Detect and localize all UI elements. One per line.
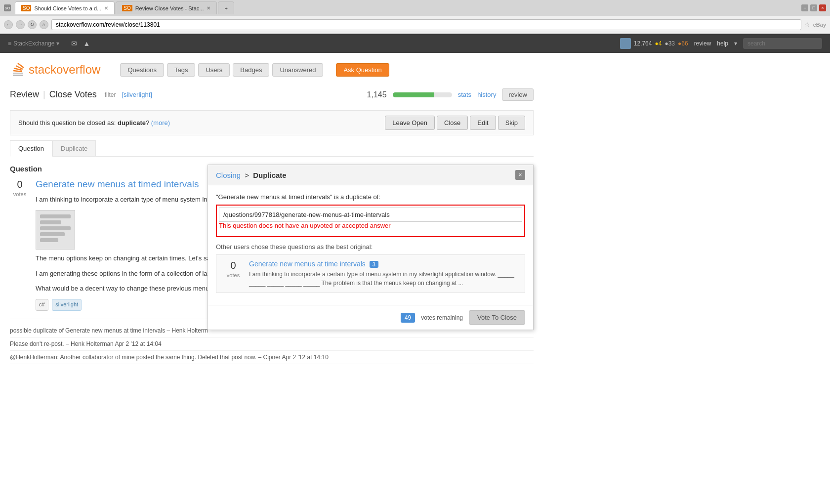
modal-dup-input[interactable] — [219, 208, 522, 222]
browser-tab-1[interactable]: SO Should Close Votes to a d... ✕ — [15, 1, 115, 14]
tab-1-close[interactable]: ✕ — [104, 5, 108, 11]
brand-label: StackExchange — [13, 40, 54, 47]
tag-csharp[interactable]: c# — [36, 299, 48, 311]
address-bar[interactable]: stackoverflow.com/review/close/113801 — [51, 19, 801, 30]
hamburger-icon: ≡ — [8, 40, 11, 47]
nav-questions-btn[interactable]: Questions — [120, 63, 164, 77]
page-content: Review | Close Votes filter [silverlight… — [0, 83, 543, 374]
so-logo[interactable]: stackoverflow — [10, 61, 100, 79]
modal-close-btn[interactable]: × — [515, 170, 525, 180]
svg-rect-1 — [13, 73, 23, 74]
modal-candidate-0: 0 votes Generate new menus at time inter… — [216, 254, 525, 293]
cand-vote-label: votes — [227, 272, 240, 278]
ask-question-btn[interactable]: Ask Question — [336, 63, 389, 77]
nav-tags-btn[interactable]: Tags — [167, 63, 195, 77]
tab-favicon-1: SO — [4, 4, 11, 11]
tab-duplicate[interactable]: Duplicate — [52, 140, 96, 156]
image-placeholder — [36, 210, 75, 250]
review-progress-bar — [393, 92, 452, 97]
win-maximize-btn[interactable]: □ — [810, 4, 817, 11]
tag-silverlight[interactable]: silverlight — [52, 299, 82, 311]
badge-gold: ●4 — [655, 40, 662, 47]
browser-home-btn[interactable]: ⌂ — [40, 20, 48, 29]
nav-unanswered-btn[interactable]: Unanswered — [272, 63, 323, 77]
so-logo-text: stackoverflow — [29, 63, 100, 77]
close-btn[interactable]: Close — [437, 116, 468, 130]
review-stats: 1,145 stats history review — [367, 88, 534, 101]
modal-header: Closing > Duplicate × — [208, 165, 533, 185]
browser-tab-2[interactable]: SO Review Close Votes - Stac... ✕ — [116, 1, 217, 14]
comment-3: @HenkHolterman: Another collaborator of … — [10, 351, 534, 364]
browser-back-btn[interactable]: ← — [4, 20, 13, 29]
review-progress-fill — [393, 92, 434, 97]
review-tab[interactable]: review — [502, 88, 534, 101]
modal-title: Closing > Duplicate — [216, 171, 287, 179]
browser-reload-btn[interactable]: ↻ — [28, 20, 37, 29]
win-close-btn[interactable]: × — [819, 4, 826, 11]
main-nav: Questions Tags Users Badges Unanswered A… — [120, 63, 389, 77]
skip-btn[interactable]: Skip — [498, 116, 525, 130]
review-filter-tag[interactable]: [silverlight] — [122, 91, 152, 98]
votes-remaining-badge: 49 — [401, 313, 415, 323]
review-link[interactable]: review — [694, 40, 711, 47]
achievements-icon[interactable]: ▲ — [83, 40, 90, 47]
win-minimize-btn[interactable]: − — [801, 4, 808, 11]
browser-forward-btn[interactable]: → — [16, 20, 25, 29]
action-buttons: Leave Open Close Edit Skip — [385, 116, 525, 130]
img-line-5 — [40, 238, 58, 242]
tab-1-title: Should Close Votes to a d... — [34, 5, 101, 11]
tab-new-icon: + — [224, 5, 227, 11]
stackexchange-brand[interactable]: ≡ StackExchange ▾ — [8, 40, 59, 47]
vote-area: 0 votes — [10, 179, 30, 197]
browser-ebay-icon: eBay — [813, 22, 826, 28]
browser-tab-new[interactable]: + — [218, 1, 234, 14]
review-filter-label: filter — [105, 91, 116, 98]
modal-breadcrumb-sep: > — [245, 171, 251, 179]
inbox-icon[interactable]: ✉ — [71, 40, 77, 47]
topbar-icons: ✉ ▲ — [71, 40, 90, 47]
help-link[interactable]: help — [717, 40, 728, 47]
vote-to-close-btn[interactable]: Vote To Close — [469, 310, 525, 325]
img-line-4 — [40, 232, 65, 236]
tab-1-favicon: SO — [21, 5, 31, 11]
badge-bronze: ●66 — [678, 40, 688, 47]
question-area: Question 0 votes Generate new menus at t… — [10, 165, 534, 364]
help-dropdown-icon: ▾ — [734, 40, 737, 47]
nav-badges-btn[interactable]: Badges — [233, 63, 269, 77]
modal-breadcrumb-current: Duplicate — [253, 171, 287, 179]
img-line-3 — [40, 226, 71, 230]
logo-bar: stackoverflow Questions Tags Users Badge… — [0, 53, 830, 83]
user-rep: 12,764 — [634, 40, 652, 47]
vote-label: votes — [13, 191, 26, 197]
close-notice: Should this question be closed as: dupli… — [10, 110, 534, 135]
vote-count: 0 — [17, 179, 22, 190]
user-info[interactable]: 12,764 ●4 ●33 ●66 — [620, 38, 688, 49]
edit-btn[interactable]: Edit — [470, 116, 496, 130]
tab-2-close[interactable]: ✕ — [207, 5, 210, 11]
cand-content: Generate new menus at time intervals 3 I… — [249, 260, 518, 288]
cand-title[interactable]: Generate new menus at time intervals 3 — [249, 260, 518, 268]
modal-dup-section: This question does not have an upvoted o… — [216, 205, 525, 237]
svg-line-2 — [13, 71, 22, 72]
brand-dropdown-icon: ▾ — [56, 40, 59, 47]
browser-bookmark-icon[interactable]: ☆ — [804, 21, 810, 28]
search-input[interactable] — [743, 38, 822, 49]
cand-vote-count: 0 — [230, 260, 236, 271]
history-link[interactable]: history — [477, 91, 496, 98]
stats-link[interactable]: stats — [458, 91, 471, 98]
review-subtitle: Close Votes — [49, 89, 97, 100]
review-header: Review | Close Votes filter [silverlight… — [10, 83, 534, 105]
more-link[interactable]: (more) — [151, 119, 170, 126]
nav-users-btn[interactable]: Users — [198, 63, 230, 77]
modal-breadcrumb-link[interactable]: Closing — [216, 171, 241, 179]
img-line-1 — [40, 214, 71, 218]
votes-remaining-label: votes remaining — [421, 314, 463, 321]
review-title: Review — [10, 89, 39, 100]
topbar: ≡ StackExchange ▾ ✉ ▲ 12,764 ●4 ●33 ●66 … — [0, 34, 830, 53]
tab-question[interactable]: Question — [10, 140, 52, 157]
user-avatar — [620, 38, 631, 49]
topbar-nav: review help ▾ — [694, 40, 737, 47]
close-notice-text: Should this question be closed as: dupli… — [18, 119, 381, 126]
modal-footer: 49 votes remaining Vote To Close — [208, 305, 533, 330]
leave-open-btn[interactable]: Leave Open — [385, 116, 435, 130]
